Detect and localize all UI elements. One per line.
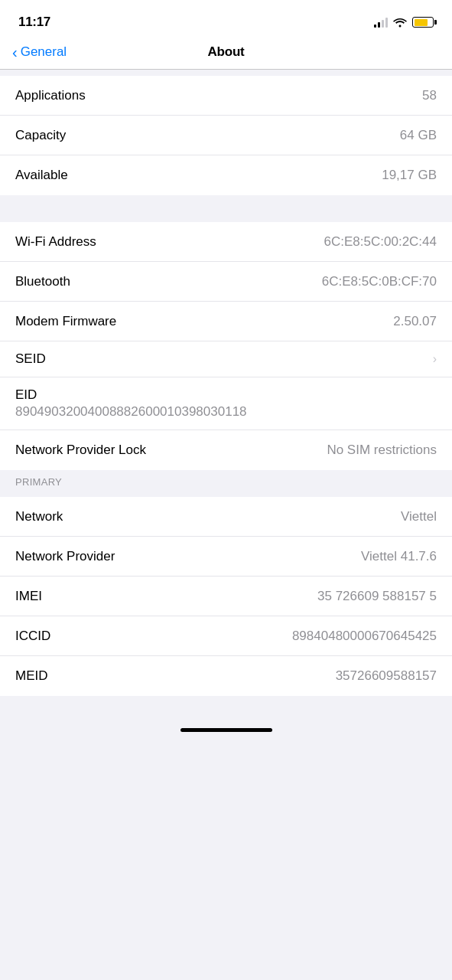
network-provider-value: Viettel 41.7.6 xyxy=(361,549,437,564)
network-provider-label: Network Provider xyxy=(15,549,115,564)
applications-value: 58 xyxy=(422,88,437,103)
network-provider-row: Network Provider Viettel 41.7.6 xyxy=(0,537,452,577)
bluetooth-label: Bluetooth xyxy=(15,274,70,289)
group-basic-info: Applications 58 Capacity 64 GB Available… xyxy=(0,76,452,195)
network-provider-lock-value: No SIM restrictions xyxy=(327,443,437,458)
network-provider-lock-row: Network Provider Lock No SIM restriction… xyxy=(0,430,452,470)
chevron-left-icon: ‹ xyxy=(12,44,18,60)
network-value: Viettel xyxy=(401,509,437,524)
seid-row[interactable]: SEID › xyxy=(0,341,452,377)
modem-firmware-value: 2.50.07 xyxy=(393,314,437,329)
status-bar: 11:17 xyxy=(0,0,452,38)
modem-firmware-row: Modem Firmware 2.50.07 xyxy=(0,302,452,341)
capacity-label: Capacity xyxy=(15,128,66,143)
imei-row: IMEI 35 726609 588157 5 xyxy=(0,577,452,616)
battery-fill xyxy=(415,19,428,26)
applications-row: Applications 58 xyxy=(0,76,452,116)
spacer-3: PRIMARY xyxy=(0,470,452,497)
status-time: 11:17 xyxy=(18,15,50,30)
back-label: General xyxy=(21,44,67,60)
home-bar xyxy=(180,728,272,732)
spacer-1 xyxy=(0,70,452,76)
applications-label: Applications xyxy=(15,88,86,103)
available-value: 19,17 GB xyxy=(382,168,437,183)
capacity-row: Capacity 64 GB xyxy=(0,116,452,155)
iccid-value: 89840480000670645425 xyxy=(292,629,437,644)
iccid-label: ICCID xyxy=(15,629,50,644)
network-row: Network Viettel xyxy=(0,497,452,537)
capacity-value: 64 GB xyxy=(400,128,437,143)
primary-section-header: PRIMARY xyxy=(0,470,452,491)
wifi-icon xyxy=(393,17,407,28)
eid-label: EID xyxy=(15,387,437,403)
wifi-address-label: Wi-Fi Address xyxy=(15,234,96,250)
meid-label: MEID xyxy=(15,668,48,684)
eid-value: 89049032004008882600010398030118 xyxy=(15,404,437,420)
imei-value: 35 726609 588157 5 xyxy=(317,589,437,604)
eid-row: EID 89049032004008882600010398030118 xyxy=(0,377,452,430)
meid-value: 35726609588157 xyxy=(336,668,437,684)
bluetooth-row: Bluetooth 6C:E8:5C:0B:CF:70 xyxy=(0,262,452,302)
imei-label: IMEI xyxy=(15,589,42,604)
back-button[interactable]: ‹ General xyxy=(12,44,67,60)
available-row: Available 19,17 GB xyxy=(0,155,452,195)
iccid-row: ICCID 89840480000670645425 xyxy=(0,616,452,656)
wifi-address-row: Wi-Fi Address 6C:E8:5C:00:2C:44 xyxy=(0,222,452,262)
nav-bar: ‹ General About xyxy=(0,38,452,70)
page-title: About xyxy=(207,44,244,60)
network-label: Network xyxy=(15,509,63,524)
bottom-spacer xyxy=(0,696,452,719)
group-network-info: Wi-Fi Address 6C:E8:5C:00:2C:44 Bluetoot… xyxy=(0,222,452,470)
battery-icon xyxy=(412,17,434,28)
home-indicator xyxy=(0,719,452,738)
spacer-2 xyxy=(0,195,452,222)
bluetooth-value: 6C:E8:5C:0B:CF:70 xyxy=(322,274,437,289)
chevron-right-icon: › xyxy=(433,352,437,366)
content: Applications 58 Capacity 64 GB Available… xyxy=(0,70,452,738)
signal-icon xyxy=(374,17,388,28)
group-primary: Network Viettel Network Provider Viettel… xyxy=(0,497,452,696)
modem-firmware-label: Modem Firmware xyxy=(15,314,116,329)
seid-label: SEID xyxy=(15,351,46,367)
network-provider-lock-label: Network Provider Lock xyxy=(15,443,146,458)
meid-row: MEID 35726609588157 xyxy=(0,656,452,696)
available-label: Available xyxy=(15,168,68,183)
status-icons xyxy=(374,17,434,28)
wifi-address-value: 6C:E8:5C:00:2C:44 xyxy=(324,234,437,250)
